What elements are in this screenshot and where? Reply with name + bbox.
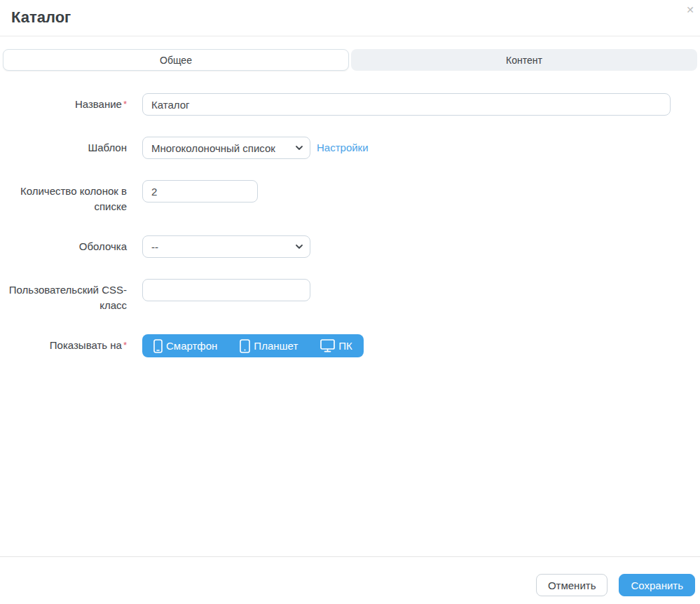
form-row-template: Шаблон Многоколоночный список Настройки xyxy=(0,137,700,159)
tablet-toggle-button[interactable]: Планшет xyxy=(228,334,309,357)
required-asterisk: * xyxy=(123,99,127,109)
catalog-modal: Каталог ✕ Общее Контент Название* Шаблон… xyxy=(0,0,700,604)
close-icon[interactable]: ✕ xyxy=(683,4,697,16)
device-button-label: Смартфон xyxy=(166,340,217,352)
modal-footer: Отменить Сохранить xyxy=(0,556,700,604)
required-asterisk: * xyxy=(123,340,127,350)
columns-input[interactable] xyxy=(142,180,258,203)
tab-general[interactable]: Общее xyxy=(3,49,349,71)
name-input[interactable] xyxy=(142,93,671,116)
name-label: Название* xyxy=(0,93,127,116)
form-row-wrapper: Оболочка -- xyxy=(0,235,700,258)
modal-header: Каталог ✕ xyxy=(0,0,700,36)
tab-bar: Общее Контент xyxy=(3,49,697,71)
smartphone-toggle-button[interactable]: Смартфон xyxy=(142,334,228,357)
css-class-input[interactable] xyxy=(142,279,310,301)
desktop-icon xyxy=(320,339,335,352)
tab-content[interactable]: Контент xyxy=(351,49,697,71)
show-on-label: Показывать на* xyxy=(0,334,127,357)
general-form: Название* Шаблон Многоколоночный список … xyxy=(0,71,700,556)
css-class-label: Пользовательский CSS-класс xyxy=(0,279,127,313)
form-row-columns: Количество колонок в списке xyxy=(0,180,700,214)
wrapper-label: Оболочка xyxy=(0,235,127,258)
save-button[interactable]: Сохранить xyxy=(619,574,695,596)
device-button-label: ПК xyxy=(338,340,352,352)
device-button-label: Планшет xyxy=(254,340,298,352)
template-settings-link[interactable]: Настройки xyxy=(317,137,369,159)
show-on-button-group: Смартфон Планшет xyxy=(142,334,364,357)
wrapper-select[interactable]: -- xyxy=(142,235,310,258)
tablet-icon xyxy=(240,339,250,353)
form-row-css-class: Пользовательский CSS-класс xyxy=(0,279,700,313)
form-row-show-on: Показывать на* Смартфон xyxy=(0,334,700,357)
form-row-name: Название* xyxy=(0,93,700,116)
template-label: Шаблон xyxy=(0,137,127,159)
cancel-button[interactable]: Отменить xyxy=(536,574,608,596)
page-title: Каталог xyxy=(11,8,689,27)
desktop-toggle-button[interactable]: ПК xyxy=(309,334,364,357)
smartphone-icon xyxy=(153,339,163,353)
columns-label: Количество колонок в списке xyxy=(0,180,127,214)
template-select[interactable]: Многоколоночный список xyxy=(142,137,310,159)
